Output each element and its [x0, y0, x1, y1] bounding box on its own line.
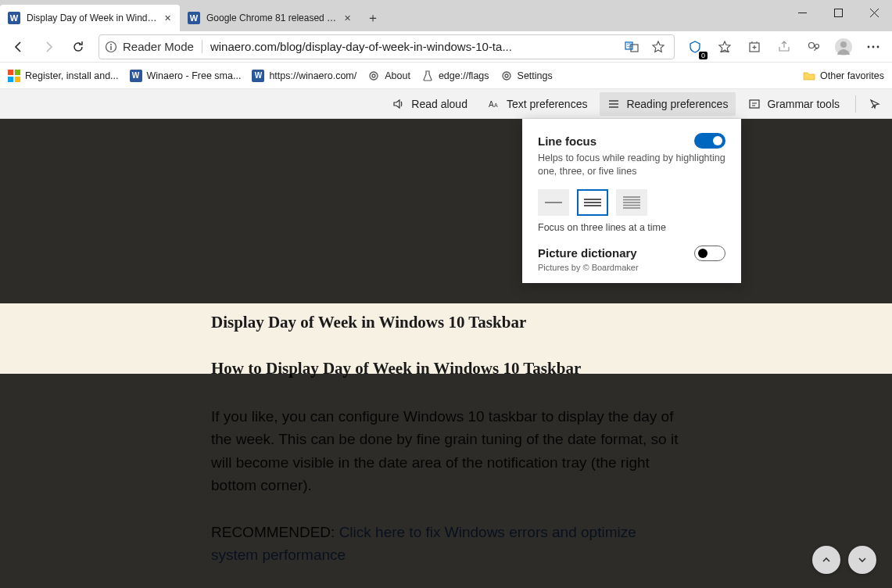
minimize-button[interactable]: [784, 0, 820, 25]
focus-down-button[interactable]: [848, 546, 876, 574]
tab-inactive[interactable]: W Google Chrome 81 released with ✕: [180, 5, 360, 31]
favorite-star-icon[interactable]: [647, 36, 669, 58]
navbar: Reader Mode winaero.com/blog/display-day…: [0, 31, 892, 63]
text-preferences-button[interactable]: AA Text preferences: [480, 92, 596, 116]
flask-icon: [421, 70, 434, 82]
folder-icon: [803, 70, 815, 82]
picture-dictionary-sub: Pictures by © Boardmaker: [538, 263, 725, 272]
back-button[interactable]: [5, 33, 33, 61]
svg-text:字: 字: [627, 43, 632, 48]
favicon-icon: W: [188, 12, 200, 24]
forward-button[interactable]: [34, 33, 63, 61]
tabs: W Display Day of Week in Windows ✕ W Goo…: [0, 0, 360, 31]
svg-point-20: [868, 45, 870, 48]
w-icon: W: [130, 70, 142, 82]
profile-avatar[interactable]: [829, 33, 858, 61]
svg-rect-36: [750, 100, 759, 108]
line-focus-title: Line focus: [538, 134, 596, 148]
refresh-button[interactable]: [64, 33, 92, 61]
maximize-button[interactable]: [820, 0, 856, 25]
tab-close-icon[interactable]: ✕: [161, 12, 174, 24]
svg-point-16: [809, 42, 815, 48]
svg-rect-23: [8, 70, 13, 75]
line-focus-options: [538, 189, 725, 216]
line-focus-nav: [812, 546, 876, 574]
svg-point-17: [815, 44, 819, 48]
reading-preferences-popup: Line focus Helps to focus while reading …: [522, 119, 741, 283]
picture-dictionary-toggle[interactable]: [694, 246, 725, 261]
svg-rect-1: [834, 9, 842, 16]
bookmarks-bar: Register, install and... WWinaero - Free…: [0, 63, 892, 89]
focus-three-lines[interactable]: [577, 189, 608, 216]
focus-up-button[interactable]: [812, 546, 840, 574]
bookmark-item[interactable]: About: [367, 70, 410, 82]
bookmark-item[interactable]: edge://flags: [421, 70, 489, 82]
svg-rect-25: [8, 77, 13, 82]
svg-point-28: [372, 74, 375, 77]
article-title: Display Day of Week in Windows 10 Taskba…: [211, 313, 681, 332]
svg-text:A: A: [489, 100, 494, 109]
svg-point-22: [877, 45, 879, 48]
read-aloud-button[interactable]: Read aloud: [385, 92, 475, 116]
other-favorites[interactable]: Other favorites: [803, 70, 884, 82]
badge-count: 0: [699, 52, 708, 59]
feedback-icon[interactable]: [800, 33, 828, 61]
titlebar: W Display Day of Week in Windows ✕ W Goo…: [0, 0, 892, 31]
gear-icon: [500, 70, 513, 82]
reader-mode-label: Reader Mode: [123, 40, 202, 53]
picture-dictionary-title: Picture dictionary: [538, 246, 637, 260]
pin-button[interactable]: [864, 92, 886, 116]
line-focus-description: Helps to focus while reading by highligh…: [538, 152, 725, 178]
bookmark-item[interactable]: Settings: [500, 70, 553, 82]
svg-rect-26: [15, 77, 20, 82]
bookmark-item[interactable]: Whttps://winaero.com/: [252, 70, 356, 82]
tab-label: Google Chrome 81 released with: [206, 13, 338, 23]
share-icon[interactable]: [770, 33, 798, 61]
new-tab-button[interactable]: ＋: [360, 5, 386, 31]
translate-icon[interactable]: 字: [621, 36, 643, 58]
ms-icon: [8, 70, 20, 82]
extension-badge[interactable]: 0: [681, 33, 709, 61]
svg-text:A: A: [494, 102, 498, 108]
line-focus-dim-bottom: [0, 374, 892, 588]
gear-icon: [367, 70, 380, 82]
focus-caption: Focus on three lines at a time: [538, 222, 725, 233]
bookmark-item[interactable]: WWinaero - Free sma...: [130, 70, 242, 82]
svg-point-29: [503, 72, 510, 80]
tab-label: Display Day of Week in Windows: [27, 13, 158, 23]
svg-point-27: [370, 72, 378, 80]
reader-toolbar: Read aloud AA Text preferences Reading p…: [0, 89, 892, 119]
window-controls: [784, 0, 892, 25]
tab-active[interactable]: W Display Day of Week in Windows ✕: [0, 5, 180, 31]
svg-rect-6: [110, 46, 111, 50]
svg-point-30: [505, 74, 508, 77]
site-info-icon[interactable]: [104, 40, 118, 54]
reading-preferences-button[interactable]: Reading preferences: [600, 92, 736, 116]
address-bar[interactable]: Reader Mode winaero.com/blog/display-day…: [99, 34, 675, 59]
focus-five-lines[interactable]: [616, 189, 647, 216]
svg-point-19: [840, 41, 847, 48]
menu-button[interactable]: [859, 33, 887, 61]
collections-icon[interactable]: [740, 33, 768, 61]
favorites-icon[interactable]: [711, 33, 739, 61]
w-icon: W: [252, 70, 264, 82]
favicon-icon: W: [8, 12, 20, 24]
svg-point-21: [872, 45, 875, 48]
tab-close-icon[interactable]: ✕: [341, 12, 353, 24]
bookmark-item[interactable]: Register, install and...: [8, 70, 119, 82]
url-text: winaero.com/blog/display-day-of-week-in-…: [210, 40, 616, 53]
separator: [855, 95, 856, 113]
svg-point-5: [110, 44, 112, 45]
focus-one-line[interactable]: [538, 189, 569, 216]
line-focus-dim-top: [0, 119, 892, 303]
close-button[interactable]: [856, 0, 892, 25]
svg-rect-24: [15, 70, 20, 75]
grammar-tools-button[interactable]: Grammar tools: [740, 92, 847, 116]
reader-content: Display Day of Week in Windows 10 Taskba…: [0, 119, 892, 588]
line-focus-toggle[interactable]: [694, 133, 725, 149]
